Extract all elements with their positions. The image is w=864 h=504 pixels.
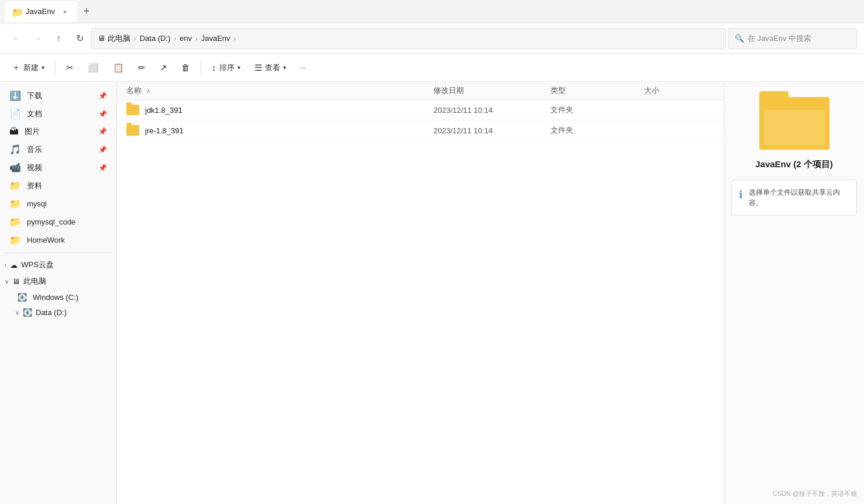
up-button[interactable]: ↑ <box>49 29 68 48</box>
paste-icon: 📋 <box>113 63 124 73</box>
cut-button[interactable]: ✂ <box>60 58 80 78</box>
new-button[interactable]: ＋ 新建 ▾ <box>6 58 50 78</box>
col-header-name[interactable]: 名称 ∧ <box>126 85 433 96</box>
search-bar[interactable]: 🔍 在 JavaEnv 中搜索 <box>728 28 857 49</box>
info-text: 选择单个文件以获取共享云内容。 <box>749 187 849 208</box>
thispc-icon: 🖥 <box>12 277 20 286</box>
share-icon: ↗ <box>160 63 167 73</box>
pin-icon-pictures: 📌 <box>98 127 107 136</box>
sidebar-data-d[interactable]: ∨ 💽 Data (D:) <box>0 305 116 320</box>
toolbar-divider-1 <box>55 61 56 75</box>
toolbar: ＋ 新建 ▾ ✂ ⬜ 📋 ✏ ↗ 🗑 ↕ 排序 ▾ ☰ 查看 ▾ ··· <box>0 54 864 82</box>
search-icon: 🔍 <box>735 34 744 43</box>
videos-icon: 📹 <box>9 162 21 173</box>
forward-button[interactable]: → <box>28 29 47 48</box>
breadcrumb-javaenv[interactable]: JavaEnv <box>201 34 230 43</box>
datad-icon: 💽 <box>23 308 32 317</box>
breadcrumb-computer[interactable]: 🖥 此电脑 <box>98 33 130 44</box>
file-date-jre: 2023/12/11 10:14 <box>433 126 550 135</box>
ziliao-icon: 📁 <box>9 180 21 191</box>
up-icon: ↑ <box>56 33 61 44</box>
wps-chevron-icon: › <box>5 262 6 268</box>
back-button[interactable]: ← <box>7 29 26 48</box>
wps-icon: ☁ <box>10 261 18 270</box>
datad-chevron-icon: ∨ <box>15 309 19 316</box>
sort-button[interactable]: ↕ 排序 ▾ <box>206 58 246 78</box>
info-box: ℹ 选择单个文件以获取共享云内容。 <box>731 179 857 216</box>
address-bar[interactable]: 🖥 此电脑 › Data (D:) › env › JavaEnv › <box>91 28 726 49</box>
active-tab[interactable]: 📁 JavaEnv × <box>5 1 77 22</box>
refresh-button[interactable]: ↻ <box>70 29 89 48</box>
windows-icon: 💽 <box>18 293 27 302</box>
rename-icon: ✏ <box>138 63 146 73</box>
pin-icon-download: 📌 <box>98 92 107 100</box>
refresh-icon: ↻ <box>76 33 84 44</box>
sidebar-item-download[interactable]: ⬇️ 下载 📌 <box>2 87 114 104</box>
table-row[interactable]: jdk1.8_391 2023/12/11 10:14 文件夹 <box>117 100 724 120</box>
sidebar-item-documents[interactable]: 📄 文档 📌 <box>2 105 114 122</box>
sidebar-item-ziliao[interactable]: 📁 资料 <box>2 177 114 194</box>
new-chevron-icon: ▾ <box>42 64 44 71</box>
music-icon: 🎵 <box>9 144 21 155</box>
back-icon: ← <box>12 33 21 44</box>
sidebar-wps-cloud[interactable]: › ☁ WPS云盘 <box>0 257 116 273</box>
panel-title: JavaEnv (2 个项目) <box>748 159 840 170</box>
sort-indicator: ∧ <box>146 88 150 94</box>
pin-icon-documents: 📌 <box>98 110 107 118</box>
pictures-icon: 🏔 <box>9 126 19 137</box>
view-icon: ☰ <box>254 63 262 73</box>
homework-icon: 📁 <box>9 234 21 246</box>
sidebar-item-homework[interactable]: 📁 HomeWork <box>2 232 114 248</box>
sidebar-windows-c[interactable]: 💽 Windows (C:) <box>2 290 114 305</box>
file-date-jdk: 2023/12/11 10:14 <box>433 106 550 115</box>
share-button[interactable]: ↗ <box>154 58 173 78</box>
documents-icon: 📄 <box>9 108 21 119</box>
delete-button[interactable]: 🗑 <box>175 58 196 78</box>
pin-icon-videos: 📌 <box>98 164 107 172</box>
more-button[interactable]: ··· <box>294 58 312 78</box>
download-icon: ⬇️ <box>9 90 21 101</box>
view-chevron-icon: ▾ <box>283 64 286 71</box>
table-row[interactable]: jre-1.8_391 2023/12/11 10:14 文件夹 <box>117 120 724 141</box>
sidebar-item-mysql[interactable]: 📁 mysql <box>2 195 114 212</box>
sidebar: ⬇️ 下载 📌 📄 文档 📌 🏔 图片 📌 🎵 音乐 📌 📹 视频 📌 📁 资料 <box>0 82 117 504</box>
folder-icon-jdk <box>126 105 139 115</box>
cut-icon: ✂ <box>66 63 74 73</box>
thispc-chevron-icon: ∨ <box>5 278 9 285</box>
sidebar-this-pc[interactable]: ∨ 🖥 此电脑 <box>0 273 116 289</box>
tab-close-button[interactable]: × <box>60 6 70 17</box>
col-header-type[interactable]: 类型 <box>550 85 644 96</box>
title-bar: 📁 JavaEnv × + <box>0 0 864 23</box>
copy-button[interactable]: ⬜ <box>82 58 105 78</box>
breadcrumb-data[interactable]: Data (D:) <box>140 34 171 43</box>
new-icon: ＋ <box>12 62 20 73</box>
watermark: CSDN @辣子不辣，英语不难 <box>724 484 864 504</box>
new-tab-button[interactable]: + <box>77 2 96 21</box>
breadcrumb-env[interactable]: env <box>180 34 192 43</box>
breadcrumb-sep-3: › <box>195 35 198 42</box>
mysql-icon: 📁 <box>9 198 21 209</box>
tab-title: JavaEnv <box>26 7 55 16</box>
file-name-jdk: jdk1.8_391 <box>126 105 433 115</box>
breadcrumb-sep-1: › <box>134 35 136 42</box>
pin-icon-music: 📌 <box>98 146 107 154</box>
column-header: 名称 ∧ 修改日期 类型 大小 <box>117 82 724 100</box>
col-header-size[interactable]: 大小 <box>644 85 714 96</box>
folder-body <box>759 97 829 150</box>
view-button[interactable]: ☰ 查看 ▾ <box>249 58 292 78</box>
paste-button[interactable]: 📋 <box>107 58 130 78</box>
rename-button[interactable]: ✏ <box>132 58 152 78</box>
col-header-date[interactable]: 修改日期 <box>433 85 550 96</box>
preview-folder-icon <box>759 91 829 150</box>
sidebar-item-pictures[interactable]: 🏔 图片 📌 <box>2 123 114 140</box>
sidebar-item-pymysql[interactable]: 📁 pymysql_code <box>2 213 114 230</box>
nav-bar: ← → ↑ ↻ 🖥 此电脑 › Data (D:) › env › JavaEn… <box>0 23 864 54</box>
sidebar-item-music[interactable]: 🎵 音乐 📌 <box>2 141 114 158</box>
forward-icon: → <box>33 33 42 44</box>
sort-chevron-icon: ▾ <box>237 64 240 71</box>
sidebar-divider-1 <box>5 253 112 253</box>
sort-icon: ↕ <box>212 63 216 73</box>
computer-icon: 🖥 <box>98 34 105 43</box>
sidebar-item-videos[interactable]: 📹 视频 📌 <box>2 159 114 176</box>
folder-icon-jre <box>126 125 139 136</box>
